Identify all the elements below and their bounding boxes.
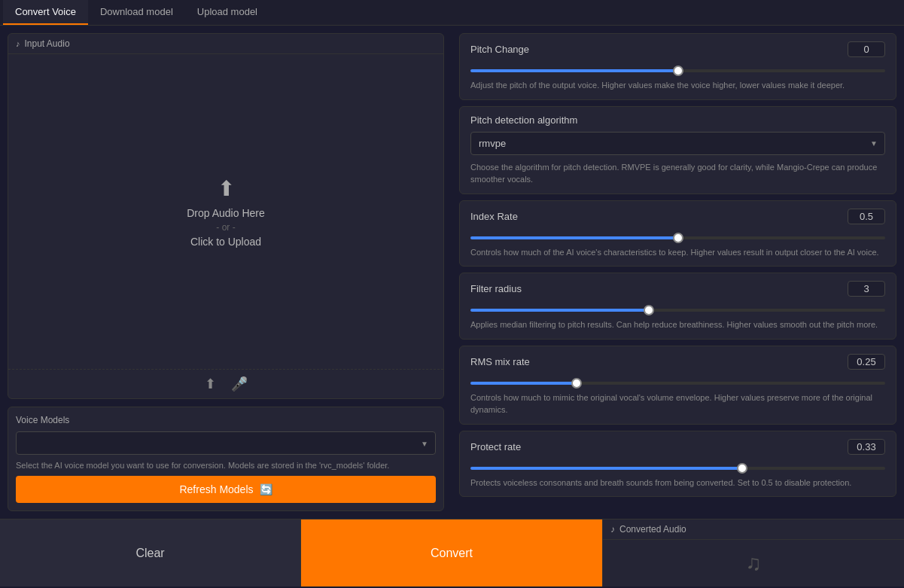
filter-radius-label: Filter radius bbox=[470, 283, 522, 294]
pitch-algo-select[interactable]: rmvpe mangio-crepe crepe hybrid bbox=[470, 132, 885, 155]
drop-or-text: - or - bbox=[216, 222, 235, 233]
rms-mix-rate-slider[interactable] bbox=[470, 382, 885, 385]
pitch-change-value: 0 bbox=[848, 41, 885, 57]
voice-models-hint: Select the AI voice model you want to us… bbox=[16, 461, 436, 470]
pitch-change-header: Pitch Change 0 bbox=[470, 41, 885, 57]
protect-rate-value: 0.33 bbox=[848, 439, 885, 455]
index-rate-header: Index Rate 0.5 bbox=[470, 209, 885, 224]
tab-download-model[interactable]: Download model bbox=[88, 0, 185, 25]
protect-rate-label: Protect rate bbox=[470, 441, 521, 452]
convert-button[interactable]: Convert bbox=[301, 519, 602, 586]
audio-drop-zone[interactable]: ⬆ Drop Audio Here - or - Click to Upload bbox=[8, 54, 443, 369]
protect-rate-desc: Protects voiceless consonants and breath… bbox=[470, 477, 885, 489]
protect-rate-slider-container bbox=[470, 461, 885, 472]
click-to-upload-text: Click to Upload bbox=[190, 236, 261, 248]
filter-radius-desc: Applies median filtering to pitch result… bbox=[470, 318, 885, 331]
microphone-icon[interactable]: 🎤 bbox=[231, 376, 248, 392]
converted-music-icon: ♪ bbox=[610, 524, 615, 535]
filter-radius-slider-container bbox=[470, 303, 885, 314]
rms-mix-rate-label: RMS mix rate bbox=[470, 356, 530, 367]
converted-audio-body: ♫ bbox=[603, 540, 904, 586]
tab-convert-voice[interactable]: Convert Voice bbox=[3, 0, 88, 25]
voice-model-select[interactable] bbox=[16, 431, 436, 455]
pitch-detection-label: Pitch detection algorithm bbox=[470, 114, 885, 126]
index-rate-block: Index Rate 0.5 Controls how much of the … bbox=[459, 200, 896, 267]
pitch-algo-select-wrapper: rmvpe mangio-crepe crepe hybrid bbox=[470, 132, 885, 155]
refresh-models-button[interactable]: Refresh Models 🔄 bbox=[16, 476, 436, 503]
filter-radius-header: Filter radius 3 bbox=[470, 281, 885, 297]
converted-audio-header: ♪ Converted Audio bbox=[603, 519, 904, 540]
filter-radius-value: 3 bbox=[848, 281, 885, 297]
pitch-change-label: Pitch Change bbox=[470, 44, 529, 55]
rms-mix-rate-desc: Controls how much to mimic the original … bbox=[470, 391, 885, 416]
pitch-detection-desc: Choose the algorithm for pitch detection… bbox=[470, 161, 885, 186]
pitch-detection-block: Pitch detection algorithm rmvpe mangio-c… bbox=[459, 106, 896, 194]
index-rate-slider[interactable] bbox=[470, 236, 885, 239]
tab-upload-model[interactable]: Upload model bbox=[185, 0, 269, 25]
audio-bottom-icons: ⬆ 🎤 bbox=[8, 369, 443, 398]
refresh-models-label: Refresh Models bbox=[179, 483, 253, 495]
input-audio-label: Input Audio bbox=[25, 38, 70, 49]
clear-label: Clear bbox=[135, 547, 164, 559]
right-panel: Pitch Change 0 Adjust the pitch of the o… bbox=[452, 26, 904, 519]
filter-radius-slider[interactable] bbox=[470, 309, 885, 312]
music-note-icon: ♪ bbox=[16, 39, 20, 48]
left-panel: ♪ Input Audio ⬆ Drop Audio Here - or - C… bbox=[0, 26, 452, 519]
input-audio-header: ♪ Input Audio bbox=[8, 34, 443, 54]
bottom-bar: Clear Convert ♪ Converted Audio ♫ bbox=[0, 519, 904, 586]
drop-text: Drop Audio Here bbox=[187, 207, 265, 219]
converted-audio-label: Converted Audio bbox=[619, 524, 686, 535]
protect-rate-header: Protect rate 0.33 bbox=[470, 439, 885, 455]
refresh-icon: 🔄 bbox=[260, 483, 272, 495]
protect-rate-block: Protect rate 0.33 Protects voiceless con… bbox=[459, 431, 896, 498]
converted-placeholder-icon: ♫ bbox=[746, 551, 762, 575]
input-audio-section: ♪ Input Audio ⬆ Drop Audio Here - or - C… bbox=[8, 33, 444, 399]
index-rate-label: Index Rate bbox=[470, 211, 518, 222]
voice-models-section: Voice Models Select the AI voice model y… bbox=[8, 407, 444, 511]
rms-mix-rate-header: RMS mix rate 0.25 bbox=[470, 354, 885, 370]
rms-mix-rate-block: RMS mix rate 0.25 Controls how much to m… bbox=[459, 346, 896, 425]
convert-label: Convert bbox=[431, 547, 473, 559]
pitch-change-block: Pitch Change 0 Adjust the pitch of the o… bbox=[459, 33, 896, 100]
clear-button[interactable]: Clear bbox=[0, 519, 301, 586]
index-rate-desc: Controls how much of the AI voice's char… bbox=[470, 246, 885, 259]
pitch-change-slider-container bbox=[470, 63, 885, 75]
voice-models-label: Voice Models bbox=[16, 415, 436, 425]
protect-rate-slider[interactable] bbox=[470, 467, 885, 470]
index-rate-value: 0.5 bbox=[848, 209, 885, 224]
upload-icon: ⬆ bbox=[218, 176, 235, 201]
rms-mix-rate-slider-container bbox=[470, 376, 885, 387]
pitch-change-desc: Adjust the pitch of the output voice. Hi… bbox=[470, 79, 885, 92]
tab-bar: Convert Voice Download model Upload mode… bbox=[0, 0, 904, 26]
pitch-change-slider[interactable] bbox=[470, 69, 885, 72]
converted-audio-section: ♪ Converted Audio ♫ bbox=[602, 519, 904, 586]
main-layout: ♪ Input Audio ⬆ Drop Audio Here - or - C… bbox=[0, 26, 904, 519]
index-rate-slider-container bbox=[470, 230, 885, 242]
upload-file-icon[interactable]: ⬆ bbox=[205, 376, 216, 392]
rms-mix-rate-value: 0.25 bbox=[848, 354, 885, 370]
voice-model-select-wrapper bbox=[16, 431, 436, 455]
filter-radius-block: Filter radius 3 Applies median filtering… bbox=[459, 273, 896, 340]
